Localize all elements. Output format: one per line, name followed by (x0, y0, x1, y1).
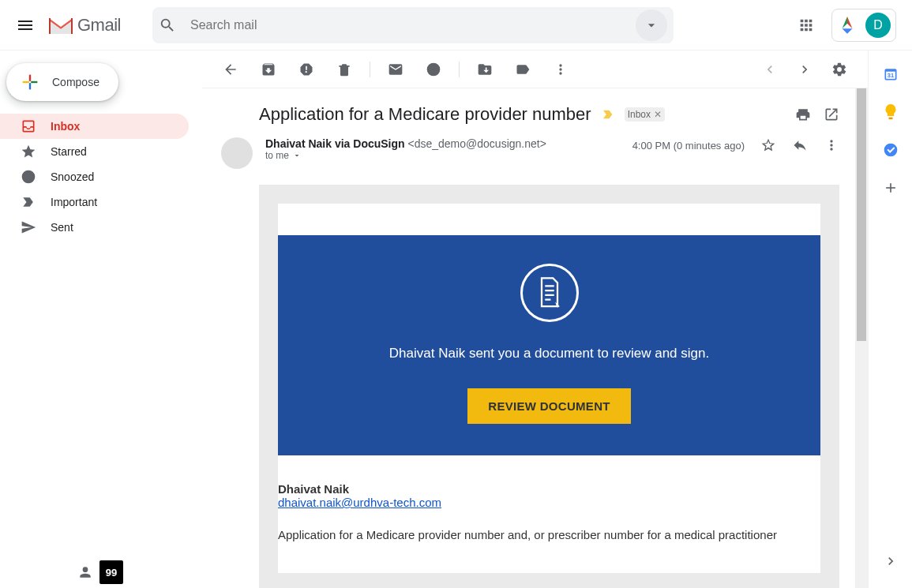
folder-move-icon (477, 62, 493, 77)
sidebar-item-label: Important (51, 196, 97, 208)
sender-line: Dhaivat Naik via DocuSign <dse_demo@docu… (265, 137, 620, 150)
mark-unread-button[interactable] (380, 54, 411, 85)
sidebar-item-sent[interactable]: Sent (0, 215, 189, 240)
keep-addon[interactable] (883, 104, 899, 120)
mail-icon (388, 62, 403, 77)
move-to-button[interactable] (469, 54, 501, 85)
print-icon (795, 107, 811, 122)
chip-label: Inbox (628, 109, 651, 120)
chip-remove-icon[interactable]: ✕ (654, 109, 662, 120)
search-input[interactable] (190, 18, 636, 32)
clock-icon (21, 169, 36, 185)
sidebar-item-inbox[interactable]: Inbox (0, 114, 189, 139)
docusign-hero: Dhaivat Naik sent you a document to revi… (278, 235, 820, 455)
get-addons-button[interactable] (883, 180, 899, 196)
newer-button[interactable] (789, 54, 820, 85)
tasks-addon[interactable] (883, 142, 899, 158)
reply-button[interactable] (792, 137, 808, 153)
account-switcher[interactable]: D (831, 9, 896, 42)
docusign-card: Dhaivat Naik sent you a document to revi… (278, 204, 820, 573)
calendar-icon: 31 (883, 66, 899, 83)
quote-icon: 99 (106, 567, 117, 579)
archive-button[interactable] (253, 54, 284, 85)
print-button[interactable] (795, 107, 811, 122)
trash-icon (336, 62, 352, 77)
star-icon (21, 144, 36, 159)
hangouts-tab-button[interactable]: 99 (99, 560, 123, 584)
svg-rect-3 (888, 118, 892, 120)
email-subject: Application for a Medicare provider numb… (259, 104, 591, 125)
star-button[interactable] (760, 137, 776, 153)
sender-name: Dhaivat Naik via DocuSign (265, 137, 405, 150)
search-bar[interactable] (152, 7, 674, 43)
labels-button[interactable] (507, 54, 539, 85)
contacts-tab-button[interactable] (71, 558, 99, 586)
more-actions-button[interactable] (545, 54, 576, 85)
report-spam-button[interactable] (291, 54, 322, 85)
timestamp: 4:00 PM (0 minutes ago) (632, 140, 745, 152)
gmail-wordmark: Gmail (77, 15, 121, 36)
sidebar-item-important[interactable]: Important (0, 189, 189, 215)
chevron-right-icon (797, 62, 813, 77)
hide-side-panel-button[interactable] (883, 553, 899, 569)
gmail-envelope-icon (47, 15, 74, 36)
avatar-letter: D (873, 18, 883, 32)
hamburger-icon (16, 16, 35, 35)
hangouts-footer: 99 (0, 556, 123, 588)
scrollbar-thumb[interactable] (857, 88, 866, 341)
compose-button[interactable]: Compose (6, 63, 118, 101)
archive-icon (261, 62, 276, 77)
sidebar-item-label: Snoozed (51, 170, 94, 183)
svg-point-4 (884, 144, 897, 157)
star-outline-icon (760, 137, 776, 153)
chevron-right-icon (883, 553, 899, 569)
toolbar-separator (459, 62, 460, 77)
sent-icon (21, 219, 36, 235)
search-icon[interactable] (159, 17, 190, 34)
arrow-left-icon (223, 62, 238, 77)
open-new-window-button[interactable] (824, 107, 839, 122)
settings-button[interactable] (824, 54, 855, 85)
delete-button[interactable] (328, 54, 360, 85)
clock-icon (426, 62, 441, 77)
recipients-dropdown[interactable]: to me (265, 150, 620, 161)
spam-icon (298, 62, 314, 77)
snooze-button[interactable] (418, 54, 449, 85)
back-button[interactable] (215, 54, 246, 85)
search-options-button[interactable] (636, 9, 667, 41)
email-paragraph: Application for a Medicare provider numb… (278, 528, 820, 541)
document-sign-icon (520, 264, 579, 322)
importance-marker[interactable] (601, 107, 615, 122)
tasks-icon (883, 141, 899, 159)
gmail-logo[interactable]: Gmail (47, 15, 121, 36)
sidebar-item-label: Starred (51, 145, 87, 158)
plus-icon (19, 71, 41, 93)
message-more-button[interactable] (824, 137, 839, 153)
sidebar-item-starred[interactable]: Starred (0, 139, 189, 164)
docusign-details: Dhaivat Naik dhaivat.naik@urdhva-tech.co… (278, 455, 820, 541)
scrollbar[interactable] (855, 88, 868, 588)
reply-icon (792, 137, 808, 153)
inbox-icon (21, 118, 36, 134)
sidebar-item-snoozed[interactable]: Snoozed (0, 164, 189, 189)
label-icon (515, 62, 531, 77)
apps-grid-icon (798, 17, 815, 34)
sender-avatar[interactable] (221, 137, 253, 169)
gear-icon (831, 62, 847, 77)
calendar-addon[interactable]: 31 (883, 66, 899, 82)
older-button[interactable] (754, 54, 786, 85)
sender-row: Dhaivat Naik via DocuSign <dse_demo@docu… (202, 131, 855, 175)
chevron-left-icon (762, 62, 778, 77)
google-apps-button[interactable] (787, 6, 825, 44)
open-in-new-icon (824, 107, 839, 122)
sender-email-link[interactable]: dhaivat.naik@urdhva-tech.com (278, 496, 441, 509)
more-vert-icon (824, 137, 839, 153)
toolbar-separator (370, 62, 370, 77)
main-menu-button[interactable] (6, 6, 44, 44)
to-label: to me (265, 150, 289, 161)
user-avatar[interactable]: D (865, 13, 891, 38)
label-chip-inbox[interactable]: Inbox ✕ (625, 107, 665, 122)
more-vert-icon (553, 62, 569, 77)
sender-display-name: Dhaivat Naik (278, 482, 820, 496)
review-document-button[interactable]: REVIEW DOCUMENT (467, 388, 631, 424)
